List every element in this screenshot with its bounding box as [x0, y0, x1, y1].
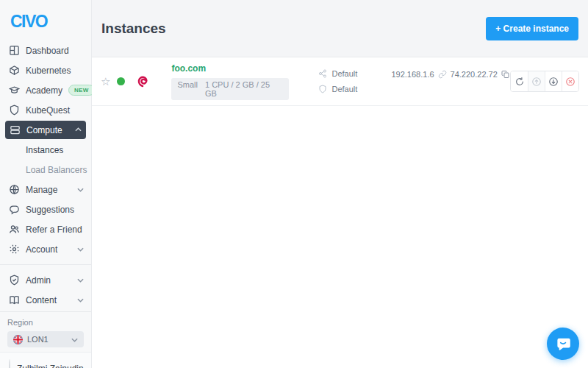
private-ip: 192.168.1.6	[391, 70, 434, 79]
sidebar-item-label: Load Balancers	[26, 165, 87, 175]
sidebar-divider	[0, 264, 91, 265]
page-title: Instances	[101, 21, 166, 37]
main-content: Instances + Create instance ☆ foo.com Sm…	[92, 0, 588, 368]
chevron-up-icon	[75, 127, 82, 133]
chevron-down-icon	[77, 246, 84, 252]
reboot-button[interactable]	[511, 71, 528, 91]
sidebar-item-content[interactable]: Content	[0, 290, 91, 310]
sidebar-item-manage[interactable]: Manage	[0, 180, 91, 199]
sidebar-item-account[interactable]: Account	[0, 239, 91, 259]
sidebar-item-kubequest[interactable]: KubeQuest	[0, 100, 91, 120]
sidebar-item-dashboard[interactable]: Dashboard	[0, 40, 91, 60]
shutdown-button[interactable]	[545, 71, 562, 91]
avatar	[9, 359, 10, 368]
cube-icon	[9, 65, 20, 76]
graduation-cap-icon	[9, 85, 20, 96]
chevron-down-icon	[77, 186, 84, 193]
network-column: Default Default	[318, 69, 381, 93]
status-indicator	[117, 77, 125, 85]
page-header: Instances + Create instance	[92, 0, 588, 57]
public-ip: 74.220.22.72	[451, 70, 498, 79]
user-name: Zulhilmi Zainudin	[17, 364, 84, 368]
sidebar-item-instances[interactable]: Instances	[0, 140, 91, 160]
favorite-star-icon[interactable]: ☆	[101, 76, 110, 87]
copy-ip-icon[interactable]	[501, 70, 510, 79]
network-name: Default	[331, 69, 357, 78]
chevron-down-icon	[77, 297, 84, 303]
sidebar-item-label: Instances	[26, 145, 63, 155]
server-icon	[10, 124, 21, 135]
sidebar-item-label: Refer a Friend	[26, 224, 82, 235]
firewall-name: Default	[331, 85, 357, 93]
sidebar-item-label: Compute	[26, 125, 62, 135]
instance-name-link[interactable]: foo.com	[171, 63, 289, 74]
region-value: LON1	[27, 335, 49, 344]
debian-logo-icon	[135, 73, 152, 91]
new-badge: NEW	[68, 85, 95, 96]
ip-column: 192.168.1.6 74.220.22.72	[391, 70, 509, 79]
create-instance-button[interactable]: + Create instance	[486, 17, 578, 40]
sidebar-item-label: Manage	[26, 185, 57, 195]
region-label: Region	[7, 318, 84, 327]
start-button[interactable]	[528, 71, 545, 91]
gear-icon	[9, 244, 20, 255]
firewall-shield-icon	[318, 85, 327, 93]
globe-icon	[9, 184, 20, 195]
dashboard-icon	[9, 45, 20, 56]
chevron-down-icon	[77, 277, 84, 283]
delete-button[interactable]	[562, 71, 578, 91]
sidebar-item-kubernetes[interactable]: Kubernetes	[0, 60, 91, 80]
sidebar-item-label: Dashboard	[26, 46, 69, 56]
network-share-icon	[318, 69, 327, 78]
sidebar-item-label: Admin	[26, 275, 51, 286]
size-label: Small	[177, 80, 198, 98]
network-line: Default	[318, 69, 381, 78]
user-menu[interactable]: Zulhilmi Zainudin	[0, 352, 91, 368]
chat-bubbles-icon	[9, 204, 20, 215]
people-icon	[9, 224, 20, 235]
civo-logo[interactable]: CIVO	[0, 0, 91, 39]
firewall-line: Default	[318, 85, 381, 93]
support-chat-button[interactable]	[547, 328, 579, 360]
sidebar-item-label: Suggestions	[26, 205, 74, 215]
instance-row[interactable]: ☆ foo.com Small 1 CPU / 2 GB / 25 GB Def…	[92, 57, 588, 106]
sidebar-item-label: Kubernetes	[26, 66, 71, 76]
uk-flag-icon	[13, 335, 23, 344]
link-icon	[438, 70, 447, 79]
region-selector[interactable]: LON1	[7, 331, 84, 347]
chevron-down-icon	[71, 336, 78, 343]
sidebar-item-label: Account	[26, 244, 57, 255]
book-icon	[9, 294, 20, 305]
instance-actions	[510, 71, 579, 92]
shield-icon	[9, 105, 20, 116]
shield-check-icon	[9, 275, 20, 286]
instance-name-column: foo.com Small 1 CPU / 2 GB / 25 GB	[171, 63, 289, 100]
region-section: Region LON1	[0, 311, 91, 352]
chat-smile-icon	[555, 336, 571, 352]
specs-label: 1 CPU / 2 GB / 25 GB	[205, 80, 283, 98]
sidebar-item-admin[interactable]: Admin	[0, 270, 91, 290]
sidebar: CIVO Dashboard Kubernetes Academy NEW Ku…	[0, 0, 92, 368]
sidebar-item-label: Content	[26, 295, 57, 305]
sidebar-item-academy[interactable]: Academy NEW	[0, 80, 91, 100]
sidebar-nav: Dashboard Kubernetes Academy NEW KubeQue…	[0, 39, 91, 311]
sidebar-item-label: KubeQuest	[26, 105, 70, 116]
sidebar-item-load-balancers[interactable]: Load Balancers	[0, 160, 91, 180]
sidebar-item-suggestions[interactable]: Suggestions	[0, 199, 91, 219]
sidebar-item-compute[interactable]: Compute	[5, 121, 86, 139]
sidebar-item-label: Academy	[26, 85, 62, 96]
sidebar-item-refer-a-friend[interactable]: Refer a Friend	[0, 219, 91, 239]
size-badge: Small 1 CPU / 2 GB / 25 GB	[171, 78, 289, 100]
